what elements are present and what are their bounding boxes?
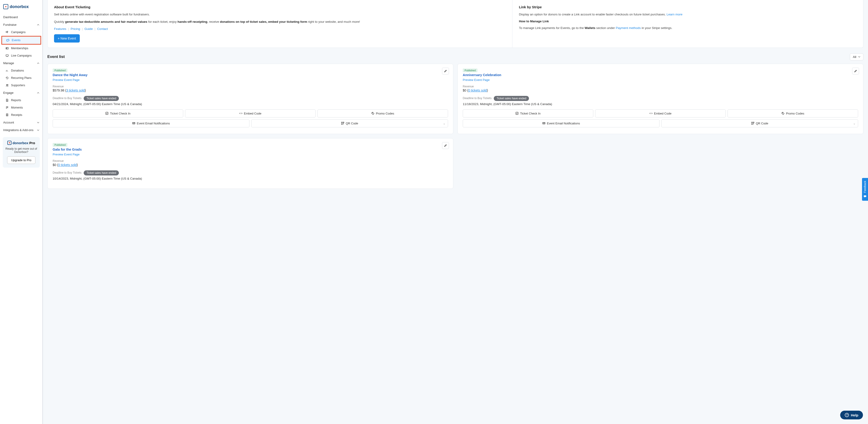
- qr-icon: [341, 122, 344, 125]
- event-grid: Published Dance the Night Away Preview E…: [48, 64, 863, 189]
- l: Embed Code: [654, 112, 672, 115]
- event-card: Published Anniversary Celebration Previe…: [458, 64, 863, 134]
- promo-button[interactable]: Promo Codes: [727, 110, 858, 118]
- feedback-label: Feedback: [863, 181, 867, 193]
- nav-receipts[interactable]: Receipts: [0, 111, 42, 119]
- revenue-label: Revenue: [53, 159, 448, 162]
- published-badge: Published: [53, 68, 67, 72]
- nav-account[interactable]: Account: [0, 119, 42, 126]
- event-title[interactable]: Gala for the Grads: [53, 148, 448, 151]
- nav-moments[interactable]: Moments: [0, 104, 42, 111]
- t: , receive: [207, 20, 220, 24]
- new-event-button[interactable]: + New Event: [54, 34, 80, 42]
- published-badge: Published: [463, 68, 477, 72]
- svg-rect-10: [343, 122, 344, 123]
- l: QR Code: [346, 122, 358, 125]
- promo-button[interactable]: Promo Codes: [317, 110, 448, 118]
- pricing-link[interactable]: Pricing: [70, 27, 80, 31]
- nav-events[interactable]: Events: [2, 36, 40, 44]
- preview-link[interactable]: Preview Event Page: [53, 78, 448, 82]
- event-title[interactable]: Dance the Night Away: [53, 73, 448, 77]
- checkin-button[interactable]: Ticket Check In: [463, 110, 593, 118]
- deadline-text: 11/18/2023, Midnight, (GMT-05:00) Easter…: [463, 102, 858, 106]
- revenue-value: $0 (0 tickets sold): [53, 163, 448, 167]
- edit-button[interactable]: [442, 142, 449, 149]
- amount: $0: [53, 163, 56, 167]
- nav-live-label: Live Campaigns: [11, 54, 32, 57]
- event-card: Published Gala for the Grads Preview Eve…: [48, 138, 453, 189]
- nav-fundraise-label: Fundraise: [3, 23, 17, 26]
- preview-link[interactable]: Preview Event Page: [463, 78, 858, 82]
- chat-icon: [863, 195, 867, 198]
- revenue-label: Revenue: [53, 85, 448, 88]
- t: in your Stripe settings.: [641, 26, 672, 30]
- qr-button[interactable]: QR Code⌄: [251, 119, 448, 127]
- email-button[interactable]: Event Email Notifications: [53, 119, 249, 127]
- document-icon: [5, 99, 9, 102]
- help-button[interactable]: ? Help: [840, 411, 863, 419]
- nav-recurring[interactable]: Recurring Plans: [0, 74, 42, 82]
- t: Wallets: [585, 26, 595, 30]
- payment-methods-link[interactable]: Payment methods: [616, 26, 641, 30]
- svg-rect-9: [342, 122, 342, 123]
- nav-campaigns[interactable]: Campaigns: [0, 29, 42, 36]
- tickets-sold-link[interactable]: 3 tickets sold: [66, 89, 85, 92]
- nav-live-campaigns[interactable]: Live Campaigns: [0, 52, 42, 59]
- nav-integrations-label: Integrations & Add-ons: [3, 128, 34, 132]
- main-content: About Event Ticketing Sell tickets onlin…: [43, 0, 868, 424]
- ended-badge: Ticket sales have ended: [84, 171, 119, 176]
- qr-button[interactable]: QR Code⌄: [661, 119, 858, 127]
- t: for each ticket, enjoy: [147, 20, 178, 24]
- t: right to your website, and much more!: [307, 20, 360, 24]
- id-card-icon: [5, 47, 9, 50]
- embed-button[interactable]: Embed Code: [185, 110, 316, 118]
- event-title[interactable]: Anniversary Celebration: [463, 73, 858, 77]
- nav-reports[interactable]: Reports: [0, 97, 42, 104]
- bars-icon: [5, 69, 9, 72]
- nav-fundraise[interactable]: Fundraise: [0, 21, 42, 29]
- embed-button[interactable]: Embed Code: [595, 110, 726, 118]
- mail-icon: [132, 122, 135, 125]
- link-howto: How to Manage Link: [519, 20, 857, 23]
- nav-supporters[interactable]: Supporters: [0, 82, 42, 89]
- t: Quickly: [54, 20, 65, 24]
- about-title: About Event Ticketing: [54, 5, 506, 9]
- nav-dashboard[interactable]: Dashboard: [0, 13, 42, 21]
- nav-engage[interactable]: Engage: [0, 89, 42, 97]
- code-icon: [239, 112, 243, 115]
- t: hands-off receipting: [178, 20, 207, 24]
- tickets-sold-link[interactable]: 0 tickets sold: [468, 89, 487, 92]
- checkin-button[interactable]: Ticket Check In: [53, 110, 183, 118]
- events-highlight: Events: [1, 36, 41, 44]
- about-p2: Quickly generate tax-deductible amounts …: [54, 20, 506, 24]
- email-button[interactable]: Event Email Notifications: [463, 119, 659, 127]
- nav-integrations[interactable]: Integrations & Add-ons: [0, 126, 42, 134]
- learn-more-link[interactable]: Learn more: [666, 13, 682, 16]
- svg-rect-3: [6, 55, 8, 56]
- nav-manage[interactable]: Manage: [0, 59, 42, 67]
- guide-link[interactable]: Guide: [85, 27, 93, 31]
- upgrade-button[interactable]: Upgrade to Pro: [7, 156, 35, 164]
- t: To manage Link payments for Events, go t…: [519, 26, 585, 30]
- amount: $579.98: [53, 89, 64, 92]
- feedback-tab[interactable]: Feedback: [862, 178, 868, 201]
- edit-button[interactable]: [442, 68, 449, 74]
- nav-campaigns-label: Campaigns: [11, 31, 26, 34]
- published-badge: Published: [53, 143, 67, 147]
- nav-memberships[interactable]: Memberships: [0, 44, 42, 52]
- nav-donations[interactable]: Donations: [0, 67, 42, 74]
- contact-link[interactable]: Contact: [97, 27, 108, 31]
- nav-moments-label: Moments: [11, 106, 23, 109]
- edit-button[interactable]: [852, 68, 859, 74]
- svg-rect-15: [543, 123, 545, 124]
- features-link[interactable]: Features: [54, 27, 66, 31]
- filter-dropdown[interactable]: All: [850, 53, 863, 60]
- brand-logo[interactable]: donorbox: [0, 3, 42, 13]
- nav-reports-label: Reports: [11, 99, 21, 102]
- about-p1: Sell tickets online with event registrat…: [54, 12, 506, 17]
- deadline-text: 04/21/2024, Midnight, (GMT-05:00) Easter…: [53, 102, 448, 106]
- preview-link[interactable]: Preview Event Page: [53, 153, 448, 156]
- link-by-stripe-panel: Link by Stripe Display an option for don…: [513, 0, 863, 48]
- logo-mark-icon: [3, 4, 8, 9]
- tickets-sold-link[interactable]: 0 tickets sold: [58, 163, 77, 167]
